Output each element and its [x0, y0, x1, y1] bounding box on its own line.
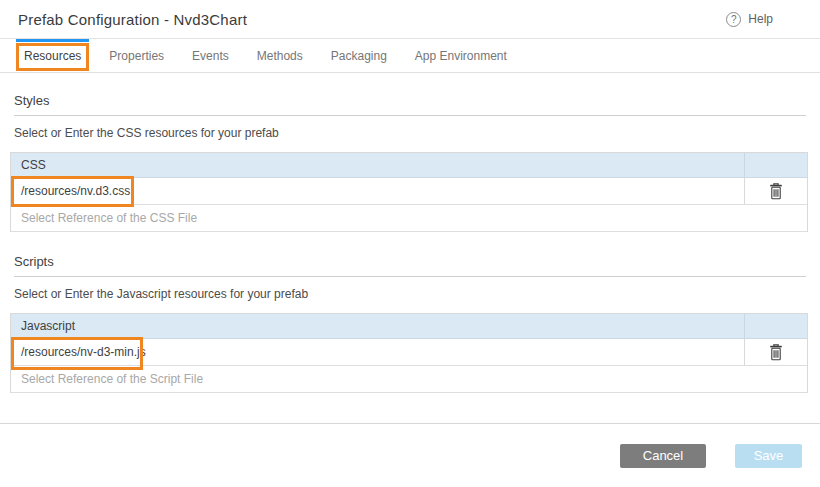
scripts-description: Select or Enter the Javascript resources… [14, 287, 808, 301]
css-resource-value[interactable]: /resources/nv.d3.css [11, 178, 744, 204]
css-action-column-header [744, 153, 807, 177]
cancel-button[interactable]: Cancel [620, 444, 706, 468]
tab-resources[interactable]: Resources [16, 39, 89, 72]
delete-javascript-resource-button[interactable] [767, 342, 785, 363]
delete-css-resource-button[interactable] [767, 181, 785, 202]
trash-icon [769, 344, 783, 361]
css-placeholder-row[interactable]: Select Reference of the CSS File [11, 205, 807, 232]
tab-methods-label: Methods [257, 49, 303, 63]
styles-section: Styles Select or Enter the CSS resources… [10, 87, 808, 232]
javascript-resource-row: /resources/nv-d3-min.js [11, 339, 807, 366]
javascript-resource-input-placeholder[interactable]: Select Reference of the Script File [11, 366, 744, 392]
javascript-resource-value[interactable]: /resources/nv-d3-min.js [11, 339, 744, 365]
resources-panel: Styles Select or Enter the CSS resources… [0, 73, 820, 393]
styles-heading: Styles [14, 87, 806, 116]
dialog-footer: Cancel Save [0, 423, 820, 487]
page-title: Prefab Configuration - Nvd3Chart [18, 11, 247, 28]
javascript-action-column-header [744, 314, 807, 338]
css-column-header: CSS [11, 153, 744, 177]
css-table-header-row: CSS [11, 153, 807, 178]
tab-properties[interactable]: Properties [101, 39, 172, 72]
javascript-table-header-row: Javascript [11, 314, 807, 339]
tab-app-environment[interactable]: App Environment [407, 39, 515, 72]
help-button[interactable]: ? Help [726, 12, 773, 27]
styles-description: Select or Enter the CSS resources for yo… [14, 126, 808, 140]
trash-icon [769, 183, 783, 200]
javascript-resources-table: Javascript /resources/nv-d3-min.js [10, 313, 808, 393]
javascript-placeholder-row[interactable]: Select Reference of the Script File [11, 366, 807, 393]
scripts-heading: Scripts [14, 248, 806, 277]
tab-packaging-label: Packaging [331, 49, 387, 63]
save-button[interactable]: Save [735, 444, 802, 468]
tab-properties-label: Properties [109, 49, 164, 63]
tab-events[interactable]: Events [184, 39, 237, 72]
prefab-configuration-dialog: Prefab Configuration - Nvd3Chart ? Help … [0, 0, 820, 487]
dialog-header: Prefab Configuration - Nvd3Chart ? Help [0, 0, 820, 39]
tab-packaging[interactable]: Packaging [323, 39, 395, 72]
css-resources-table: CSS /resources/nv.d3.css [10, 152, 808, 232]
tab-app-environment-label: App Environment [415, 49, 507, 63]
help-label[interactable]: Help [748, 12, 773, 26]
scripts-section: Scripts Select or Enter the Javascript r… [10, 248, 808, 393]
tab-resources-label: Resources [24, 49, 81, 63]
active-tab-indicator [16, 39, 89, 42]
tab-methods[interactable]: Methods [249, 39, 311, 72]
css-resource-row: /resources/nv.d3.css [11, 178, 807, 205]
tab-bar: Resources Properties Events Methods Pack… [0, 39, 820, 73]
css-resource-input-placeholder[interactable]: Select Reference of the CSS File [11, 205, 744, 231]
help-question-icon[interactable]: ? [726, 12, 741, 27]
javascript-column-header: Javascript [11, 314, 744, 338]
tab-events-label: Events [192, 49, 229, 63]
